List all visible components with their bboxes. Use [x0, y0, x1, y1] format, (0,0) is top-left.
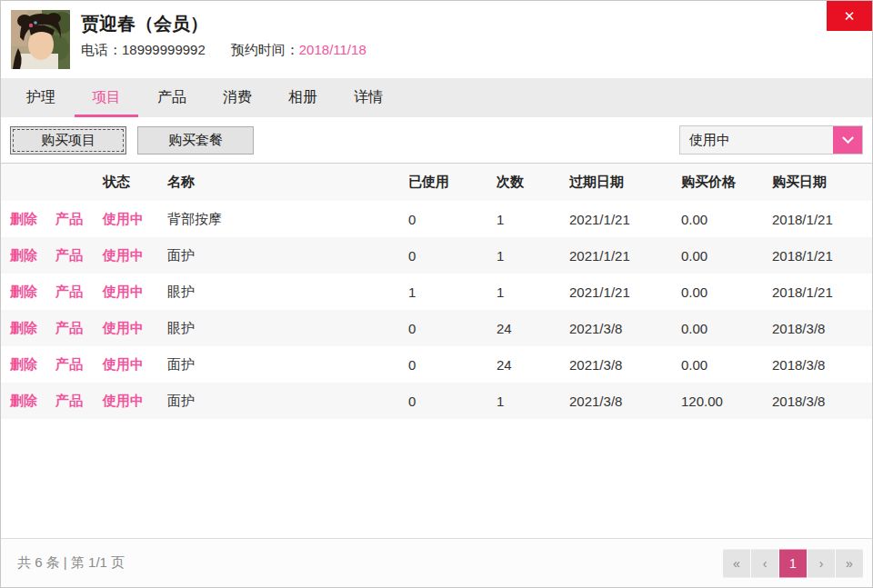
member-avatar — [11, 10, 70, 69]
tab-album[interactable]: 相册 — [288, 78, 317, 117]
row-name: 眼护 — [167, 320, 408, 337]
row-purchase-date: 2018/1/21 — [772, 284, 872, 300]
row-price: 0.00 — [681, 212, 772, 227]
row-used: 0 — [408, 357, 497, 373]
row-used: 1 — [408, 284, 497, 300]
row-name: 面护 — [167, 356, 408, 374]
row-count: 24 — [497, 357, 569, 373]
table-row: 删除 产品 使用中 面护 0 1 2021/3/8 120.00 2018/3/… — [1, 383, 872, 419]
product-link[interactable]: 产品 — [55, 211, 103, 228]
row-status: 使用中 — [103, 320, 167, 337]
row-purchase-date: 2018/3/8 — [772, 394, 872, 409]
table-row: 删除 产品 使用中 面护 0 24 2021/3/8 0.00 2018/3/8 — [1, 346, 872, 383]
table-header: 状态 名称 已使用 次数 过期日期 购买价格 购买日期 — [1, 163, 872, 201]
row-count: 24 — [497, 321, 569, 336]
row-price: 0.00 — [681, 321, 772, 336]
row-status: 使用中 — [103, 284, 167, 301]
delete-link[interactable]: 删除 — [10, 284, 55, 301]
row-price: 120.00 — [681, 394, 772, 409]
table-row: 删除 产品 使用中 面护 0 1 2021/1/21 0.00 2018/1/2… — [1, 237, 872, 274]
tab-bar: 护理 项目 产品 消费 相册 详情 — [1, 78, 872, 117]
close-icon: ✕ — [844, 8, 856, 24]
header-col-status: 状态 — [103, 174, 167, 191]
row-expiry: 2021/3/8 — [569, 394, 681, 409]
row-used: 0 — [408, 321, 497, 336]
header-col-expiry: 过期日期 — [569, 174, 681, 191]
prev-page-button[interactable]: ‹ — [751, 549, 778, 577]
row-purchase-date: 2018/3/8 — [772, 321, 872, 336]
product-link[interactable]: 产品 — [55, 320, 103, 337]
avatar-photo-placeholder — [11, 10, 70, 69]
status-filter-value: 使用中 — [680, 132, 833, 149]
member-detail-window: 贾迎春（会员） 电话：18999999992预约时间：2018/11/18 ✕ … — [0, 0, 873, 588]
dropdown-arrow-button[interactable] — [833, 126, 862, 154]
member-header: 贾迎春（会员） 电话：18999999992预约时间：2018/11/18 ✕ — [1, 1, 872, 78]
buy-package-button[interactable]: 购买套餐 — [137, 126, 254, 154]
product-link[interactable]: 产品 — [55, 393, 103, 410]
buy-item-button[interactable]: 购买项目 — [10, 126, 126, 154]
current-page-button[interactable]: 1 — [779, 549, 807, 577]
tab-items[interactable]: 项目 — [92, 78, 121, 117]
row-count: 1 — [497, 394, 569, 409]
row-status: 使用中 — [103, 247, 167, 264]
tab-care[interactable]: 护理 — [26, 78, 55, 117]
row-count: 1 — [497, 248, 569, 264]
record-summary: 共 6 条 | 第 1/1 页 — [1, 554, 125, 572]
member-info-line: 电话：18999999992预约时间：2018/11/18 — [81, 42, 366, 59]
footer-bar: 共 6 条 | 第 1/1 页 « ‹ 1 › » — [1, 538, 872, 587]
header-col-purchase-date: 购买日期 — [772, 174, 872, 191]
row-name: 背部按摩 — [167, 211, 408, 228]
row-purchase-date: 2018/1/21 — [772, 212, 872, 227]
row-name: 眼护 — [167, 284, 408, 301]
tab-details[interactable]: 详情 — [354, 78, 383, 117]
product-link[interactable]: 产品 — [55, 356, 103, 374]
first-page-button[interactable]: « — [723, 549, 750, 577]
row-expiry: 2021/3/8 — [569, 357, 681, 373]
row-used: 0 — [408, 212, 497, 227]
close-button[interactable]: ✕ — [827, 1, 872, 31]
row-expiry: 2021/1/21 — [569, 284, 681, 300]
header-col-price: 购买价格 — [681, 174, 772, 191]
next-page-button[interactable]: › — [808, 549, 835, 577]
row-count: 1 — [497, 212, 569, 227]
row-price: 0.00 — [681, 284, 772, 300]
delete-link[interactable]: 删除 — [10, 320, 55, 337]
table-body: 删除 产品 使用中 背部按摩 0 1 2021/1/21 0.00 2018/1… — [1, 201, 872, 419]
row-count: 1 — [497, 284, 569, 300]
table-row: 删除 产品 使用中 背部按摩 0 1 2021/1/21 0.00 2018/1… — [1, 201, 872, 237]
booking-date: 2018/11/18 — [299, 42, 366, 57]
row-status: 使用中 — [103, 393, 167, 410]
tab-consumption[interactable]: 消费 — [223, 78, 252, 117]
row-used: 0 — [408, 394, 497, 409]
delete-link[interactable]: 删除 — [10, 356, 55, 374]
row-expiry: 2021/1/21 — [569, 212, 681, 227]
delete-link[interactable]: 删除 — [10, 393, 55, 410]
last-page-button[interactable]: » — [836, 549, 863, 577]
row-name: 面护 — [167, 247, 408, 264]
product-link[interactable]: 产品 — [55, 284, 103, 301]
member-name: 贾迎春（会员） — [81, 12, 208, 36]
product-link[interactable]: 产品 — [55, 247, 103, 264]
header-col-count: 次数 — [497, 174, 569, 191]
row-status: 使用中 — [103, 356, 167, 374]
phone-value: 18999999992 — [122, 42, 206, 57]
row-purchase-date: 2018/1/21 — [772, 248, 872, 264]
header-col-name: 名称 — [167, 174, 408, 191]
items-toolbar: 购买项目 购买套餐 使用中 — [1, 117, 872, 163]
table-row: 删除 产品 使用中 眼护 0 24 2021/3/8 0.00 2018/3/8 — [1, 310, 872, 346]
delete-link[interactable]: 删除 — [10, 247, 55, 264]
phone-label: 电话： — [81, 42, 122, 57]
tab-products[interactable]: 产品 — [157, 78, 186, 117]
row-expiry: 2021/1/21 — [569, 248, 681, 264]
booking-label: 预约时间： — [231, 42, 299, 57]
delete-link[interactable]: 删除 — [10, 211, 55, 228]
row-price: 0.00 — [681, 248, 772, 264]
row-used: 0 — [408, 248, 497, 264]
row-price: 0.00 — [681, 357, 772, 373]
row-expiry: 2021/3/8 — [569, 321, 681, 336]
pagination: « ‹ 1 › » — [723, 549, 863, 577]
row-name: 面护 — [167, 393, 408, 410]
chevron-down-icon — [842, 132, 854, 144]
row-status: 使用中 — [103, 211, 167, 228]
status-filter-dropdown[interactable]: 使用中 — [679, 125, 863, 154]
